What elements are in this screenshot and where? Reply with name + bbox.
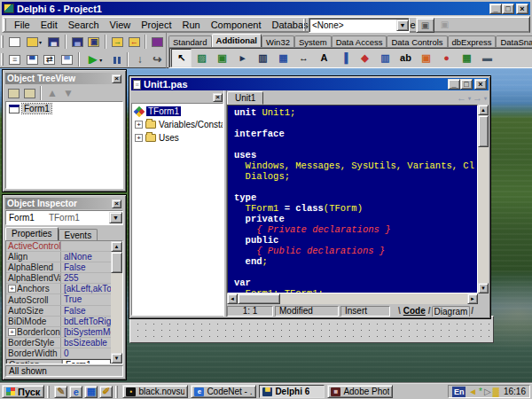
main-titlebar[interactable]: Delphi 6 - Project1 _ □ ×	[2, 2, 530, 15]
property-row-anchors[interactable]: +Anchors[akLeft,akTop]	[6, 284, 111, 294]
property-row-alphablendvalue[interactable]: AlphaBlendValue255	[6, 273, 111, 284]
menu-item-project[interactable]: Project	[136, 18, 176, 32]
menu-item-edit[interactable]: Edit	[35, 18, 63, 32]
desktop-toolbar-grip[interactable]	[303, 19, 306, 31]
editor-hscrollbar[interactable]: ◄ ►	[227, 293, 478, 304]
save-desktop-button[interactable]: ▣	[416, 18, 434, 33]
taskbar-task-black-novsu[interactable]: ▪black.novsu...	[122, 385, 188, 398]
menu-grip[interactable]	[4, 19, 6, 31]
move-up-button[interactable]: ▲	[44, 85, 60, 101]
scroll-up-icon[interactable]: ▲	[478, 105, 489, 115]
open-project-button[interactable]: ▣	[86, 34, 103, 50]
expand-icon[interactable]: +	[135, 134, 143, 142]
quicklaunch-outlook-button[interactable]: ✐	[99, 386, 113, 398]
combo-dropdown-icon[interactable]: ▼	[396, 20, 409, 31]
treeview-node-form1[interactable]: Form1	[6, 102, 122, 115]
editor-close-icon[interactable]: ×	[474, 79, 487, 90]
property-value[interactable]: 255	[61, 273, 111, 283]
quicklaunch-ie-button[interactable]: e	[69, 386, 82, 398]
start-button[interactable]: Пуск	[2, 385, 44, 398]
dropdown-icon[interactable]: ▾	[99, 57, 102, 63]
palette-tab-standard[interactable]: Standard	[168, 35, 212, 47]
step-over-button[interactable]: ↪	[148, 51, 166, 67]
remove-file-button[interactable]: ←	[126, 34, 143, 50]
antivirus-icon[interactable]: *	[479, 387, 482, 397]
trace-into-button[interactable]: ↓	[131, 51, 149, 67]
minimize-icon[interactable]: _	[489, 4, 502, 14]
view-tab-code[interactable]: Code	[402, 306, 427, 316]
new-item-button[interactable]	[5, 85, 21, 101]
code-explorer-close-icon[interactable]: ×	[213, 93, 223, 102]
property-value[interactable]: bdLeftToRight	[61, 317, 111, 326]
scrollbar-thumb[interactable]	[478, 115, 489, 147]
set-debug-desktop-button[interactable]: ▣	[435, 18, 454, 33]
object-inspector-close-icon[interactable]: ×	[112, 200, 121, 208]
view-tab-diagram[interactable]: Diagram	[432, 306, 471, 317]
scrollbar-thumb[interactable]	[238, 293, 280, 304]
toolbar-grip[interactable]	[1, 35, 4, 48]
property-value[interactable]: Form1	[62, 360, 110, 364]
dropdown-icon[interactable]: ▾	[39, 39, 42, 45]
editor-minimize-icon[interactable]: _	[448, 79, 460, 90]
property-row-bordericons[interactable]: +BorderIcons[biSystemMenu,	[6, 327, 111, 338]
object-treeview-close-icon[interactable]: ×	[112, 74, 121, 83]
bitbtn-button[interactable]: ▣	[212, 49, 232, 67]
property-value[interactable]: True	[61, 294, 111, 304]
palette-tab-system[interactable]: System	[294, 35, 332, 47]
code-area[interactable]: unit Unit1;interfaceuses Windows, Messag…	[227, 105, 478, 293]
scroll-left-icon[interactable]: ◄	[227, 293, 238, 304]
expand-icon[interactable]: +	[135, 121, 143, 129]
object-selector-dropdown-icon[interactable]: ▼	[109, 212, 122, 223]
explorer-node-uses[interactable]: +Uses	[132, 131, 223, 145]
applicationevents-button[interactable]: ◆	[355, 49, 375, 67]
palette-tab-data-access[interactable]: Data Access	[332, 35, 387, 47]
object-selector-combo[interactable]: Form1 TForm1 ▼	[5, 210, 123, 225]
scroll-up-icon[interactable]: ▲	[111, 241, 122, 252]
quicklaunch-show-desktop-button[interactable]: ▦	[84, 386, 98, 398]
statictext-button[interactable]: A	[314, 49, 334, 67]
tab-unit1[interactable]: Unit1	[227, 91, 263, 105]
object-treeview-tree[interactable]: Form1	[5, 101, 123, 189]
property-row-alphablend[interactable]: AlphaBlendFalse	[6, 262, 111, 273]
scroll-right-icon[interactable]: ►	[467, 293, 478, 304]
run-button[interactable]: ▶▾	[82, 51, 106, 67]
quicklaunch-viewer-button[interactable]: ✎	[54, 386, 67, 398]
labelededit-button[interactable]: ab	[395, 49, 416, 67]
controlbar-button[interactable]: ▐	[334, 49, 355, 67]
tasks-grip[interactable]	[115, 386, 118, 398]
property-value[interactable]	[61, 241, 111, 251]
editor-maximize-icon[interactable]: □	[460, 79, 473, 90]
view-unit-button[interactable]: ≡	[6, 51, 24, 67]
volume-icon[interactable]: ◄	[468, 387, 477, 397]
taskbar-task-adobe-phot[interactable]: ■Adobe Phot...	[327, 385, 393, 398]
browse-forward-dropdown-icon[interactable]: ▾	[484, 95, 487, 101]
open-button[interactable]: ▾	[23, 34, 46, 50]
browse-forward-icon[interactable]: →	[473, 92, 482, 103]
close-icon[interactable]: ×	[516, 4, 528, 14]
property-row-caption[interactable]: CaptionForm1	[6, 359, 111, 364]
image-button[interactable]: ▨	[192, 49, 212, 67]
avp-monitor-icon[interactable]: ▓	[493, 387, 499, 397]
expand-icon[interactable]: +	[8, 285, 16, 293]
toggle-form-unit-button[interactable]: ⇄	[41, 51, 59, 67]
save-button[interactable]: ▄	[45, 34, 62, 50]
inspector-tab-events[interactable]: Events	[59, 229, 98, 240]
taskbar-task-codenet[interactable]: eCodeNet - ...	[191, 385, 256, 398]
property-row-activecontrol[interactable]: ActiveControl	[6, 241, 111, 252]
property-row-autosize[interactable]: AutoSizeFalse	[6, 306, 111, 317]
browse-back-dropdown-icon[interactable]: ▾	[468, 95, 471, 101]
editor-titlebar[interactable]: ≡ Unit1.pas _ □ ×	[131, 78, 489, 90]
property-value[interactable]: bsSizeable	[61, 338, 111, 348]
quicklaunch-grip[interactable]	[47, 386, 50, 398]
object-inspector-titlebar[interactable]: Object Inspector ×	[5, 198, 123, 209]
property-value[interactable]: [biSystemMenu,	[61, 327, 111, 337]
scroll-down-icon[interactable]: ▼	[478, 283, 489, 293]
speedbutton-button[interactable]: ▸	[232, 49, 253, 67]
scheduler-icon[interactable]: ▷	[484, 387, 491, 397]
delete-item-button[interactable]	[21, 85, 37, 101]
property-row-bidimode[interactable]: BiDiModebdLeftToRight	[6, 317, 111, 327]
editor-vscrollbar[interactable]: ▲ ▼	[478, 105, 489, 293]
object-treeview-titlebar[interactable]: Object TreeView ×	[5, 73, 123, 84]
scroll-down-icon[interactable]: ▼	[111, 353, 122, 364]
menu-item-component[interactable]: Component	[206, 18, 267, 32]
